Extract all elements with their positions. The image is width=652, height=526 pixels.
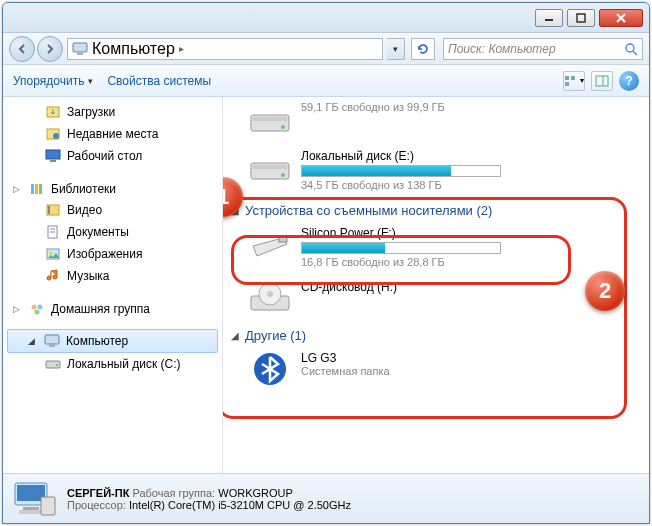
- homegroup-icon: [29, 301, 45, 317]
- titlebar: [3, 3, 649, 33]
- device-label: LG G3: [301, 351, 641, 365]
- sidebar-item-recent[interactable]: Недавние места: [3, 123, 222, 145]
- drive-freespace: 59,1 ГБ свободно из 99,9 ГБ: [301, 101, 641, 113]
- computer-icon: [72, 41, 88, 57]
- video-icon: [45, 202, 61, 218]
- organize-button[interactable]: Упорядочить▾: [13, 74, 93, 88]
- drive-item-h[interactable]: CD-дисковод (H:): [231, 276, 641, 324]
- explorer-window: Компьютер ▸ ▾ Поиск: Компьютер Упорядочи…: [2, 2, 650, 524]
- refresh-button[interactable]: [411, 38, 435, 60]
- forward-button[interactable]: [37, 36, 63, 62]
- sidebar-item-pictures[interactable]: Изображения: [3, 243, 222, 265]
- collapse-icon: ◢: [231, 205, 239, 216]
- search-input[interactable]: Поиск: Компьютер: [443, 38, 643, 60]
- device-item-lg-g3[interactable]: LG G3 Системная папка: [231, 347, 641, 395]
- svg-rect-17: [50, 160, 56, 162]
- svg-point-15: [53, 133, 59, 139]
- capacity-bar: [301, 165, 501, 177]
- desktop-icon: [45, 148, 61, 164]
- svg-point-29: [38, 305, 43, 310]
- sidebar-item-music[interactable]: Музыка: [3, 265, 222, 287]
- svg-rect-4: [73, 43, 87, 52]
- svg-rect-8: [565, 76, 569, 80]
- sidebar-group-homegroup[interactable]: ▷ Домашняя группа: [3, 297, 222, 319]
- breadcrumb[interactable]: Компьютер ▸: [67, 38, 383, 60]
- pc-name: СЕРГЕЙ-ПК: [67, 487, 129, 499]
- svg-rect-32: [49, 345, 55, 347]
- svg-rect-11: [596, 76, 608, 86]
- svg-point-40: [281, 173, 285, 177]
- computer-icon: [44, 333, 60, 349]
- svg-rect-22: [48, 206, 50, 214]
- drive-item-e[interactable]: Локальный диск (E:) 34,5 ГБ свободно из …: [231, 145, 641, 199]
- sidebar-item-video[interactable]: Видео: [3, 199, 222, 221]
- svg-rect-50: [41, 497, 55, 515]
- group-other[interactable]: ◢ Другие (1): [231, 324, 641, 347]
- toolbar: Упорядочить▾ Свойства системы ▾ ?: [3, 65, 649, 97]
- drive-label: Локальный диск (E:): [301, 149, 641, 163]
- svg-rect-9: [571, 76, 575, 80]
- expand-icon: ▷: [13, 184, 23, 194]
- bluetooth-icon: [249, 351, 291, 387]
- svg-rect-10: [565, 82, 569, 86]
- documents-icon: [45, 224, 61, 240]
- chevron-right-icon: ▸: [179, 43, 184, 54]
- help-button[interactable]: ?: [619, 71, 639, 91]
- svg-point-27: [50, 252, 53, 255]
- sidebar-item-computer[interactable]: ◢ Компьютер: [7, 329, 218, 353]
- music-icon: [45, 268, 61, 284]
- minimize-button[interactable]: [535, 9, 563, 27]
- status-text: СЕРГЕЙ-ПК Рабочая группа: WORKGROUP Проц…: [67, 487, 351, 511]
- svg-rect-41: [279, 236, 287, 242]
- sidebar-item-local-disk-c[interactable]: Локальный диск (C:): [3, 353, 222, 375]
- drive-item-f[interactable]: Silicon Power (F:) 16,8 ГБ свободно из 2…: [231, 222, 641, 276]
- back-button[interactable]: [9, 36, 35, 62]
- capacity-bar: [301, 242, 501, 254]
- svg-rect-20: [39, 184, 42, 194]
- preview-pane-button[interactable]: [591, 71, 613, 91]
- search-placeholder: Поиск: Компьютер: [448, 42, 556, 56]
- pictures-icon: [45, 246, 61, 262]
- recent-icon: [45, 126, 61, 142]
- svg-rect-33: [46, 361, 60, 368]
- svg-rect-31: [45, 335, 59, 344]
- hdd-icon: [249, 101, 291, 137]
- drive-label: CD-дисковод (H:): [301, 280, 641, 294]
- svg-rect-49: [19, 510, 43, 514]
- maximize-button[interactable]: [567, 9, 595, 27]
- sidebar-item-downloads[interactable]: Загрузки: [3, 101, 222, 123]
- drive-freespace: 34,5 ГБ свободно из 138 ГБ: [301, 179, 641, 191]
- svg-point-37: [281, 125, 285, 129]
- address-bar: Компьютер ▸ ▾ Поиск: Компьютер: [3, 33, 649, 65]
- svg-rect-5: [77, 53, 83, 55]
- statusbar: СЕРГЕЙ-ПК Рабочая группа: WORKGROUP Проц…: [3, 473, 649, 523]
- usb-drive-icon: [249, 226, 291, 262]
- content-pane: 59,1 ГБ свободно из 99,9 ГБ Локальный ди…: [223, 97, 649, 473]
- svg-rect-36: [253, 117, 287, 121]
- computer-large-icon: [13, 479, 57, 519]
- sidebar-item-desktop[interactable]: Рабочий стол: [3, 145, 222, 167]
- system-properties-button[interactable]: Свойства системы: [107, 74, 211, 88]
- address-dropdown-button[interactable]: ▾: [387, 38, 405, 60]
- view-button[interactable]: ▾: [563, 71, 585, 91]
- svg-point-30: [35, 310, 40, 315]
- drive-icon: [45, 356, 61, 372]
- svg-rect-1: [577, 14, 585, 22]
- close-button[interactable]: [599, 9, 643, 27]
- svg-rect-19: [35, 184, 38, 194]
- svg-point-44: [267, 291, 273, 297]
- group-removable-devices[interactable]: ◢ Устройства со съемными носителями (2): [231, 199, 641, 222]
- breadcrumb-location: Компьютер: [92, 40, 175, 58]
- search-icon: [624, 42, 638, 56]
- sidebar-item-documents[interactable]: Документы: [3, 221, 222, 243]
- expand-icon: ▷: [13, 304, 23, 314]
- downloads-icon: [45, 104, 61, 120]
- collapse-icon: ◢: [231, 330, 239, 341]
- drive-item[interactable]: 59,1 ГБ свободно из 99,9 ГБ: [231, 101, 641, 145]
- hdd-icon: [249, 149, 291, 185]
- libraries-icon: [29, 181, 45, 197]
- svg-rect-48: [23, 507, 39, 510]
- sidebar: Загрузки Недавние места Рабочий стол ▷ Б…: [3, 97, 223, 473]
- sidebar-group-libraries[interactable]: ▷ Библиотеки: [3, 177, 222, 199]
- svg-rect-16: [46, 150, 60, 159]
